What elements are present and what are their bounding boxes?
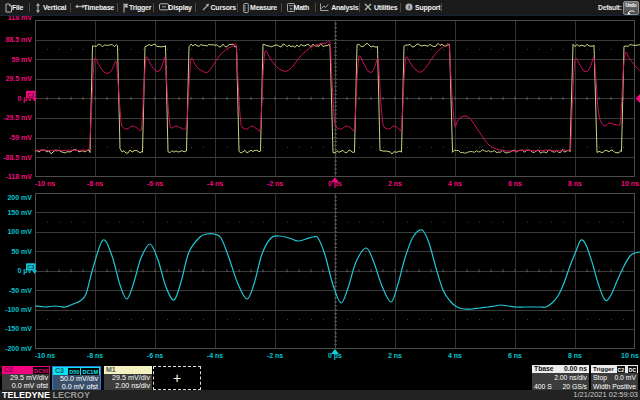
svg-text:-88.5 mV: -88.5 mV (3, 154, 32, 161)
svg-text:10 ns: 10 ns (621, 180, 639, 187)
svg-text:29.5 mV: 29.5 mV (6, 75, 33, 82)
svg-text:2 ns: 2 ns (388, 180, 402, 187)
svg-text:59 mV: 59 mV (11, 56, 32, 63)
svg-text:-118 mV: -118 mV (6, 173, 33, 180)
svg-text:-100 mV: -100 mV (5, 306, 32, 313)
svg-text:8 ns: 8 ns (568, 180, 582, 187)
svg-text:-10 ns: -10 ns (35, 352, 55, 359)
svg-text:-50 mV: -50 mV (9, 287, 32, 294)
svg-text:8 ns: 8 ns (568, 352, 582, 359)
svg-text:-10 ns: -10 ns (35, 180, 55, 187)
svg-text:150 mV: 150 mV (7, 209, 32, 216)
svg-text:-2 ns: -2 ns (267, 352, 283, 359)
svg-text:-4 ns: -4 ns (207, 180, 223, 187)
svg-text:-29.5 mV: -29.5 mV (3, 114, 32, 121)
svg-text:50 mV: 50 mV (11, 248, 32, 255)
svg-text:2 ns: 2 ns (388, 352, 402, 359)
svg-text:-6 ns: -6 ns (147, 180, 163, 187)
svg-text:-150 mV: -150 mV (5, 325, 32, 332)
svg-text:4 ns: 4 ns (448, 180, 462, 187)
svg-text:88.5 mV: 88.5 mV (6, 36, 33, 43)
svg-text:4 ns: 4 ns (448, 352, 462, 359)
svg-text:-59 mV: -59 mV (9, 134, 32, 141)
svg-text:6 ns: 6 ns (508, 180, 522, 187)
svg-text:C3: C3 (27, 264, 34, 270)
svg-text:-4 ns: -4 ns (207, 352, 223, 359)
svg-text:6 ns: 6 ns (508, 352, 522, 359)
svg-text:-8 ns: -8 ns (87, 180, 103, 187)
svg-text:C2: C2 (27, 92, 34, 98)
svg-text:-200 mV: -200 mV (5, 345, 32, 352)
svg-text:100 mV: 100 mV (7, 228, 32, 235)
svg-text:-8 ns: -8 ns (87, 352, 103, 359)
svg-text:-2 ns: -2 ns (267, 180, 283, 187)
svg-text:200 mV: 200 mV (7, 194, 32, 201)
svg-text:10 ns: 10 ns (621, 352, 639, 359)
svg-text:-6 ns: -6 ns (147, 352, 163, 359)
